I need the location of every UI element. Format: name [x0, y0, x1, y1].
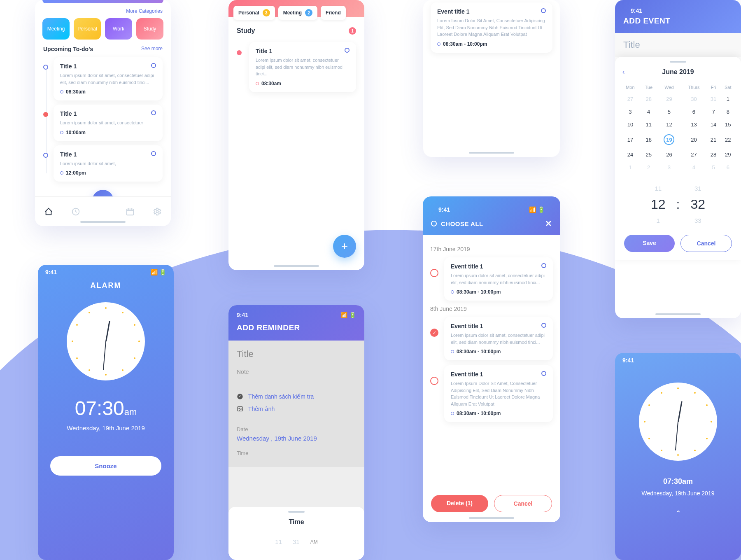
calendar-day[interactable]: 25 [641, 149, 657, 161]
event-item[interactable]: ✓ Event title 1 Lorem ipsum dolor sit am… [430, 317, 553, 360]
calendar-day[interactable]: 19 [658, 131, 681, 148]
calendar-day[interactable]: 28 [707, 149, 720, 161]
add-event-header: ADD EVENT [623, 16, 733, 26]
tab-personal[interactable]: Personal3 [233, 6, 275, 20]
sheet-grip[interactable] [288, 511, 305, 513]
status-ring-icon [541, 371, 546, 376]
todo-item[interactable]: Title 1 Lorem ipsum dolor sit amet, 12:0… [43, 145, 163, 182]
calendar-day[interactable]: 17 [621, 131, 640, 148]
category-screen: Personal3 Meeting2 Friend Study 1 Title … [228, 0, 364, 270]
clock-icon[interactable] [71, 207, 80, 216]
event-detail-screen: Event title 1 Lorem Ipsum Dolor Sit Amet… [423, 0, 560, 157]
note-input[interactable]: Note [237, 369, 356, 375]
event-card[interactable]: Event title 1 Lorem Ipsum Dolor Sit Amet… [431, 2, 552, 53]
checkbox[interactable] [430, 269, 438, 277]
add-reminder-header: ADD REMINDER [237, 323, 356, 332]
calendar-day[interactable]: 5 [707, 161, 720, 173]
see-more-link[interactable]: See more [141, 46, 163, 52]
calendar-day[interactable]: 27 [681, 149, 706, 161]
settings-icon[interactable] [153, 207, 162, 216]
add-checklist-option[interactable]: Thêm danh sách kiểm tra [237, 393, 356, 400]
calendar-day[interactable]: 13 [681, 119, 706, 131]
svg-point-2 [156, 210, 158, 213]
event-item[interactable]: Event title 1 Lorem ipsum dolor sit amet… [430, 257, 553, 301]
category-work[interactable]: Work [105, 18, 132, 40]
calendar-day[interactable]: 20 [681, 131, 706, 148]
calendar-day[interactable]: 2 [641, 161, 657, 173]
calendar-day[interactable]: 4 [681, 161, 706, 173]
title-input[interactable]: Title [237, 349, 356, 359]
calendar-day[interactable]: 31 [707, 93, 720, 105]
todo-item[interactable]: Title 1 Lorem ipsum dolor sit amet, cons… [43, 105, 163, 141]
calendar-day[interactable]: 8 [721, 106, 735, 118]
choose-all-button[interactable]: CHOOSE ALL [431, 220, 483, 227]
calendar-day[interactable]: 15 [721, 119, 735, 131]
calendar-day[interactable]: 6 [721, 161, 735, 173]
todo-time: 12:00pm [60, 170, 156, 176]
calendar-day[interactable]: 4 [641, 106, 657, 118]
svg-rect-1 [127, 209, 134, 215]
category-study[interactable]: Study [136, 18, 163, 40]
todo-title: Title 1 [256, 48, 350, 54]
calendar-day[interactable]: 24 [621, 149, 640, 161]
delete-button[interactable]: Delete (1) [431, 495, 488, 512]
calendar-grid: MonTueWedThursFriSat 2728293031134567810… [620, 82, 736, 174]
select-all-ring-icon [431, 221, 437, 226]
chevron-up-icon[interactable]: ⌃ [615, 509, 741, 518]
event-title: Event title 1 [451, 323, 546, 329]
save-button[interactable]: Save [624, 235, 675, 252]
ampm-label: AM [310, 539, 318, 545]
calendar-day[interactable]: 5 [658, 106, 681, 118]
checkbox-checked[interactable]: ✓ [430, 329, 438, 337]
checkbox[interactable] [430, 377, 438, 385]
tab-friend[interactable]: Friend [321, 6, 346, 20]
status-ring-icon [151, 110, 156, 115]
calendar-day[interactable]: 28 [641, 93, 657, 105]
calendar-day[interactable]: 3 [621, 106, 640, 118]
sheet-grip[interactable] [670, 61, 686, 63]
calendar-day[interactable]: 30 [681, 93, 706, 105]
calendar-day[interactable]: 11 [641, 119, 657, 131]
calendar-day[interactable]: 21 [707, 131, 720, 148]
add-event-screen: 9:41 ADD EVENT Title ‹ June 2019 MonTueW… [615, 0, 741, 318]
calendar-day[interactable]: 29 [658, 93, 681, 105]
event-item[interactable]: Event title 1 Lorem Ipsum Dolor Sit Amet… [430, 365, 553, 422]
prev-month-icon[interactable]: ‹ [622, 68, 624, 76]
status-time: 9:41 [45, 269, 57, 275]
calendar-day[interactable]: 27 [621, 93, 640, 105]
close-icon[interactable]: ✕ [545, 219, 552, 229]
calendar-icon[interactable] [126, 207, 135, 216]
calendar-day[interactable]: 29 [721, 149, 735, 161]
calendar-day[interactable]: 1 [621, 161, 640, 173]
calendar-day[interactable]: 14 [707, 119, 720, 131]
add-fab-button[interactable]: + [333, 235, 356, 258]
time-picker[interactable]: 11 31 AM [237, 536, 356, 548]
more-categories-link[interactable]: More Categories [35, 8, 171, 18]
home-indicator [80, 221, 126, 223]
event-title: Event title 1 [437, 8, 546, 15]
todo-desc: Lorem ipsum dolor sit amet, consectetuer [60, 119, 156, 126]
todo-item[interactable]: Title 1 Lorem ipsum dolor sit amet, cons… [43, 57, 163, 100]
time-picker[interactable]: 11 12 1 : 31 32 33 [620, 182, 736, 226]
snooze-button[interactable]: Snooze [50, 456, 161, 476]
add-image-option[interactable]: Thêm ảnh [237, 406, 356, 412]
calendar-day[interactable]: 22 [721, 131, 735, 148]
category-personal[interactable]: Personal [74, 18, 101, 40]
alarm-header: ALARM [38, 281, 174, 290]
calendar-day[interactable]: 7 [707, 106, 720, 118]
calendar-day[interactable]: 12 [658, 119, 681, 131]
home-icon[interactable] [44, 207, 53, 216]
calendar-day[interactable]: 26 [658, 149, 681, 161]
calendar-day[interactable]: 18 [641, 131, 657, 148]
title-input[interactable]: Title [615, 33, 741, 57]
calendar-day[interactable]: 1 [721, 93, 735, 105]
cancel-button[interactable]: Cancel [494, 495, 552, 512]
date-value[interactable]: Wednesday , 19th June 2019 [237, 435, 356, 442]
category-meeting[interactable]: Meeting [42, 18, 70, 40]
calendar-day[interactable]: 6 [681, 106, 706, 118]
calendar-day[interactable]: 10 [621, 119, 640, 131]
todo-item[interactable]: Title 1 Lorem ipsum dolor sit amet, cons… [237, 42, 356, 92]
tab-meeting[interactable]: Meeting2 [278, 6, 317, 20]
calendar-day[interactable]: 3 [658, 161, 681, 173]
cancel-button[interactable]: Cancel [680, 235, 732, 252]
